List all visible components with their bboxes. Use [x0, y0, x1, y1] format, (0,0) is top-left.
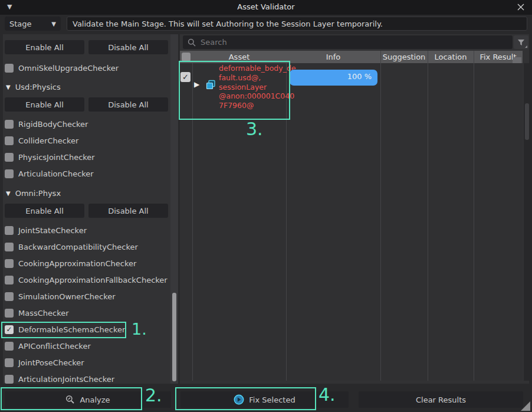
analyze-magnifier-icon	[65, 395, 75, 404]
disable-all-button[interactable]: Disable All	[88, 204, 168, 218]
checkbox-unchecked[interactable]	[5, 243, 14, 251]
column-divider	[474, 63, 474, 381]
checkbox-unchecked[interactable]	[5, 64, 14, 73]
asset-line: fault.usd@,	[219, 73, 287, 83]
checkbox-unchecked[interactable]	[5, 226, 14, 235]
checkbox-unchecked[interactable]	[5, 136, 14, 145]
asset-line: 7F7960@	[219, 101, 287, 110]
progress-value: 100 %	[347, 72, 372, 81]
validation-scope-value: Stage	[9, 19, 32, 28]
section-usd-physics[interactable]: ▼ Usd:Physics	[6, 80, 61, 93]
scrollbar-corner	[513, 57, 521, 63]
titlebar: ▼ Asset Validator	[0, 0, 532, 15]
checkbox-unchecked[interactable]	[5, 169, 14, 178]
header-divider	[428, 51, 428, 63]
asset-line: deformable_body_de	[219, 64, 287, 73]
checker-articulationjointschecker[interactable]: ArticulationJointsChecker	[5, 372, 114, 385]
column-divider	[428, 63, 428, 381]
checkbox-unchecked[interactable]	[5, 276, 14, 285]
analyze-button[interactable]: Analyze	[5, 391, 171, 408]
checkbox-checked[interactable]: ✓	[5, 325, 14, 334]
checker-colliderchecker[interactable]: ColliderChecker	[5, 134, 78, 147]
filter-icon	[517, 39, 525, 46]
checker-label: APIConflictChecker	[18, 342, 91, 351]
window-title: Asset Validator	[0, 2, 532, 11]
select-all-checkbox[interactable]	[182, 53, 191, 61]
row-checkbox-checked[interactable]: ✓	[180, 72, 191, 82]
description-field[interactable]: Validate the Main Stage. This will set A…	[67, 17, 527, 31]
usd-layer-icon	[206, 80, 216, 90]
checkbox-unchecked[interactable]	[5, 259, 14, 268]
header-divider	[474, 51, 474, 63]
enable-all-button[interactable]: Enable All	[5, 97, 84, 112]
asset-cell: deformable_body_de fault.usd@, sessionLa…	[219, 64, 287, 110]
checker-cookingapproximationchecker[interactable]: CookingApproximationChecker	[5, 257, 136, 270]
chevron-down-icon: ▼	[51, 21, 56, 27]
checkbox-unchecked[interactable]	[5, 342, 14, 351]
checker-label: RigidBodyChecker	[18, 120, 88, 129]
filter-button[interactable]	[514, 35, 528, 49]
checker-deformableschemachecker[interactable]: ✓ DeformableSchemaChecker	[5, 323, 125, 336]
asset-line: @anon:000001C040	[219, 91, 287, 101]
checker-omniskelupgradechecker[interactable]: OmniSkelUpgradeChecker	[5, 61, 119, 74]
left-scrollbar-handle[interactable]	[172, 293, 176, 381]
checker-label: MassChecker	[18, 309, 69, 318]
checker-apiconflictchecker[interactable]: APIConflictChecker	[5, 339, 91, 352]
progress-bar: 100 %	[290, 70, 377, 86]
column-divider	[192, 63, 193, 381]
checker-physicsjointchecker[interactable]: PhysicsJointChecker	[5, 151, 95, 164]
checker-label: ArticulationJointsChecker	[18, 375, 114, 384]
search-placeholder: Search	[201, 38, 227, 47]
section-label: Usd:Physics	[15, 83, 61, 91]
section-omni-physx[interactable]: ▼ Omni:Physx	[6, 187, 61, 200]
checker-label: BackwardCompatibilityChecker	[18, 243, 138, 251]
checkbox-unchecked[interactable]	[5, 375, 14, 384]
fix-play-icon	[234, 394, 244, 405]
checker-label: CookingApproximationChecker	[18, 259, 136, 268]
disable-all-button[interactable]: Disable All	[88, 97, 168, 112]
checker-simulationownerchecker[interactable]: SimulationOwnerChecker	[5, 290, 116, 303]
checkbox-unchecked[interactable]	[5, 153, 14, 162]
checker-rigidbodychecker[interactable]: RigidBodyChecker	[5, 117, 88, 130]
caret-down-icon: ▼	[6, 190, 11, 197]
checker-label: ArticulationChecker	[18, 169, 94, 178]
asset-line: sessionLayer	[219, 83, 287, 92]
column-header-asset: Asset	[192, 51, 286, 63]
disable-all-button[interactable]: Disable All	[88, 40, 168, 54]
enable-all-button[interactable]: Enable All	[5, 40, 84, 54]
fix-selected-label: Fix Selected	[249, 395, 295, 404]
column-header-info: Info	[286, 51, 380, 63]
checkbox-unchecked[interactable]	[5, 309, 14, 318]
table-scrollbar-handle[interactable]	[525, 103, 529, 140]
expand-row-icon[interactable]: ▶	[194, 80, 199, 89]
checkbox-unchecked[interactable]	[5, 358, 14, 367]
checkbox-unchecked[interactable]	[5, 292, 14, 301]
checker-label: OmniSkelUpgradeChecker	[18, 64, 119, 73]
search-icon	[188, 38, 196, 47]
column-header-suggestion: Suggestion	[380, 51, 428, 63]
search-input[interactable]: Search	[183, 35, 513, 49]
checker-masschecker[interactable]: MassChecker	[5, 306, 69, 319]
close-icon[interactable]	[517, 3, 525, 11]
column-divider	[380, 63, 381, 381]
description-text: Validate the Main Stage. This will set A…	[73, 19, 383, 28]
caret-down-icon: ▼	[6, 84, 11, 90]
checker-label: CookingApproximationFallbackChecker	[18, 276, 168, 285]
fix-selected-button[interactable]: Fix Selected	[180, 391, 349, 408]
check-icon: ✓	[6, 326, 12, 333]
enable-all-button[interactable]: Enable All	[5, 204, 84, 218]
checker-jointposechecker[interactable]: JointPoseChecker	[5, 356, 84, 369]
column-header-location: Location	[428, 51, 474, 63]
clear-results-button[interactable]: Clear Results	[359, 391, 523, 408]
checker-label: PhysicsJointChecker	[18, 153, 95, 162]
asset-validator-window: ▼ Asset Validator Stage ▼ Validate the M…	[0, 0, 532, 412]
window-resize-grip[interactable]	[521, 401, 530, 411]
checker-articulationchecker[interactable]: ArticulationChecker	[5, 167, 94, 180]
checker-backwardcompatibilitychecker[interactable]: BackwardCompatibilityChecker	[5, 240, 138, 253]
checker-cookingapproximationfallbackchecker[interactable]: CookingApproximationFallbackChecker	[5, 273, 168, 286]
checkbox-unchecked[interactable]	[5, 120, 14, 129]
clear-results-label: Clear Results	[416, 395, 466, 404]
checker-jointstatechecker[interactable]: JointStateChecker	[5, 224, 87, 237]
checker-label: SimulationOwnerChecker	[18, 292, 116, 301]
validation-scope-select[interactable]: Stage ▼	[5, 17, 61, 31]
